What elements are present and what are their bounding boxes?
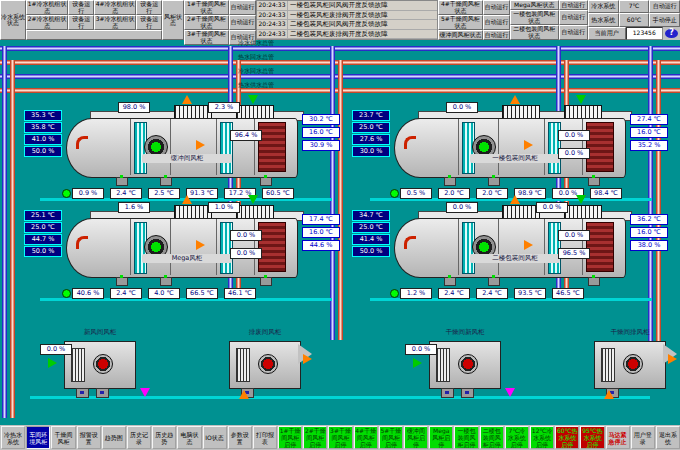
return-air-readings: 25.1 ℃25.0 ℃44.7 %50.0 %	[24, 210, 62, 258]
alarm-time: 20:24:33	[257, 30, 288, 39]
alarm-text: 二楼包装风柜回风阀开度反馈故障	[288, 20, 437, 29]
airflow-arrow-icon	[524, 240, 533, 250]
return-air-readings: 34.7 ℃25.0 ℃41.4 %50.0 %	[352, 210, 390, 258]
small-fan-units: 新风间风柜 0.0 % 排废间风柜	[0, 328, 680, 408]
cooling-coil	[258, 122, 286, 172]
valve-reading: 2.5 ℃	[148, 188, 180, 199]
section-divider	[170, 119, 171, 175]
damper-actuator-icon	[76, 388, 89, 398]
mid-damper-positions: 96.4 %	[230, 130, 262, 141]
toolbar-button[interactable]: Mega风柜启停	[429, 426, 453, 449]
toolbar-button[interactable]: 用户登录	[631, 426, 655, 449]
sensor-reading: 50.0 %	[24, 146, 62, 157]
ahu-name: 一楼包装间风柜	[470, 154, 560, 163]
fan-run-status: 自动运行	[483, 15, 510, 30]
toolbar-button[interactable]: 5#干燥间风柜启停	[379, 426, 403, 449]
valve-reading: 2.0 ℃	[476, 188, 508, 199]
toolbar-button[interactable]: 参数设置	[228, 426, 252, 449]
valve-icon[interactable]	[62, 189, 71, 198]
section-divider	[458, 219, 459, 275]
fan-status-col-3: Mega风柜状态 自动运行 一楼包装间风柜状态 自动运行 二楼包装间风柜状态 自…	[510, 0, 588, 40]
fan-icon[interactable]	[258, 354, 278, 374]
exhaust-arrow-icon	[182, 195, 192, 204]
damper-positions: 0.0 %0.0 %	[446, 202, 568, 213]
hot-water-status: 手动停止	[649, 13, 680, 26]
empty-cell	[26, 30, 162, 40]
toolbar-button[interactable]: IO状态	[203, 426, 227, 449]
help-icon[interactable]: ?	[665, 29, 678, 38]
fan-run-status: 自动运行	[559, 25, 588, 40]
toolbar-button[interactable]: 1#干燥间风柜启停	[278, 426, 302, 449]
damper-position-value: 1.0 %	[208, 202, 240, 213]
toolbar-button[interactable]: 趋势图	[102, 426, 126, 449]
alarm-row[interactable]: 20:24:33 一楼包装风柜回风阀开度反馈故障	[257, 1, 437, 11]
small-ahu-damper-value: 0.0 %	[405, 344, 437, 355]
fan-icon[interactable]	[623, 354, 643, 374]
cooling-coil	[258, 222, 286, 272]
sensor-reading: 41.0 %	[24, 134, 62, 145]
valve-reading: 1.2 %	[400, 288, 432, 299]
valve-reading: 4.0 ℃	[148, 288, 180, 299]
valve-icon[interactable]	[390, 289, 399, 298]
fan-run-status: 自动运行	[559, 0, 588, 10]
chiller-status: 设备运行	[136, 15, 162, 30]
supply-reading: 16.0 ℃	[302, 227, 340, 238]
airflow-arrow-icon	[524, 140, 533, 150]
fan-icon[interactable]	[458, 354, 478, 374]
toolbar-button[interactable]: 历史记录	[127, 426, 151, 449]
toolbar-button[interactable]: 3#干燥间风柜启停	[328, 426, 352, 449]
toolbar-button[interactable]: 2#干燥间风柜启停	[303, 426, 327, 449]
fan-icon[interactable]	[93, 354, 113, 374]
toolbar-button[interactable]: 95℃热水系统启停	[580, 426, 604, 449]
small-ahu-body	[429, 341, 501, 389]
toolbar-button[interactable]: 车间环境风柜	[26, 426, 50, 449]
fan-status-col-2: 4#干燥间风柜状态 自动运行 5#干燥间风柜状态 自动运行 缓冲间风柜状态 自动…	[438, 0, 510, 40]
toolbar-button[interactable]: 电脑状态	[177, 426, 201, 449]
ahu-unit: 23.7 ℃25.0 ℃27.6 %30.0 % 一楼包装间风柜	[352, 104, 668, 206]
toolbar-button[interactable]: 冷热水系统	[1, 426, 25, 449]
fan-status-row: 2#干燥间风柜状态 自动运行	[184, 15, 256, 30]
return-air-arrow-icon	[76, 136, 88, 149]
toolbar-button[interactable]: 60℃热水系统启停	[555, 426, 579, 449]
section-divider	[216, 119, 217, 175]
return-air-readings: 23.7 ℃25.0 ℃27.6 %30.0 %	[352, 110, 390, 158]
valve-readings: 40.6 %2.4 ℃4.0 ℃66.5 ℃46.1 ℃	[72, 288, 256, 299]
chiller-label: 3#冷水机组状态	[94, 15, 136, 30]
supply-reading: 30.9 %	[302, 140, 340, 151]
supply-air-readings: 27.4 ℃16.0 ℃35.2 %	[630, 114, 668, 153]
toolbar-button[interactable]: 马达紧急停止	[606, 426, 630, 449]
chiller-label: 1#冷水机组状态	[26, 0, 68, 15]
section-divider	[130, 219, 131, 275]
alarm-text: 一楼包装风柜回风阀开度反馈故障	[288, 1, 437, 10]
toolbar-button[interactable]: 一楼包装间风柜启停	[454, 426, 478, 449]
freshair-arrow-icon	[576, 195, 586, 204]
return-air-arrow-icon	[76, 236, 88, 249]
toolbar-button[interactable]: 干燥间风柜	[51, 426, 75, 449]
valve-reading: 2.4 ℃	[110, 188, 142, 199]
toolbar-button[interactable]: 报警设置	[77, 426, 101, 449]
supply-reading: 16.0 ℃	[302, 127, 340, 138]
toolbar-button[interactable]: 12℃冷水系统启停	[530, 426, 554, 449]
toolbar-button[interactable]: 4#干燥间风柜启停	[354, 426, 378, 449]
chiller-label: 2#冷水机组状态	[26, 15, 68, 30]
alarm-row[interactable]: 20:24:33 一楼包装风柜废排阀开度反馈故障	[257, 11, 437, 21]
section-divider	[544, 219, 545, 275]
mid-damper-positions: 0.0 %96.5 %	[558, 230, 590, 259]
fan-status-row: 二楼包装间风柜状态 自动运行	[510, 25, 588, 40]
toolbar-button[interactable]: 缓冲间风柜启停	[404, 426, 428, 449]
toolbar-button[interactable]: 打印报表	[253, 426, 277, 449]
toolbar-button[interactable]: 退出系统	[656, 426, 680, 449]
supply-arrow-icon	[140, 388, 150, 397]
ahu-grid: 35.3 ℃35.8 ℃41.0 %50.0 % 缓冲间风柜	[0, 100, 680, 310]
alarm-row[interactable]: 20:24:33 二楼包装风柜废排阀开度反馈故障	[257, 30, 437, 40]
valve-icon[interactable]	[62, 289, 71, 298]
current-user-value[interactable]: 123456	[626, 27, 664, 40]
small-ahu-body	[594, 341, 666, 389]
valve-icon[interactable]	[390, 189, 399, 198]
toolbar-button[interactable]: 历史趋势	[152, 426, 176, 449]
toolbar-button[interactable]: 7℃冷水系统启停	[505, 426, 529, 449]
alarm-row[interactable]: 20:24:33 二楼包装风柜回风阀开度反馈故障	[257, 20, 437, 30]
ahu-unit: 25.1 ℃25.0 ℃44.7 %50.0 % Mega风柜	[24, 204, 340, 306]
intake-arrow-icon	[604, 390, 614, 399]
toolbar-button[interactable]: 二楼包装间风柜启停	[480, 426, 504, 449]
